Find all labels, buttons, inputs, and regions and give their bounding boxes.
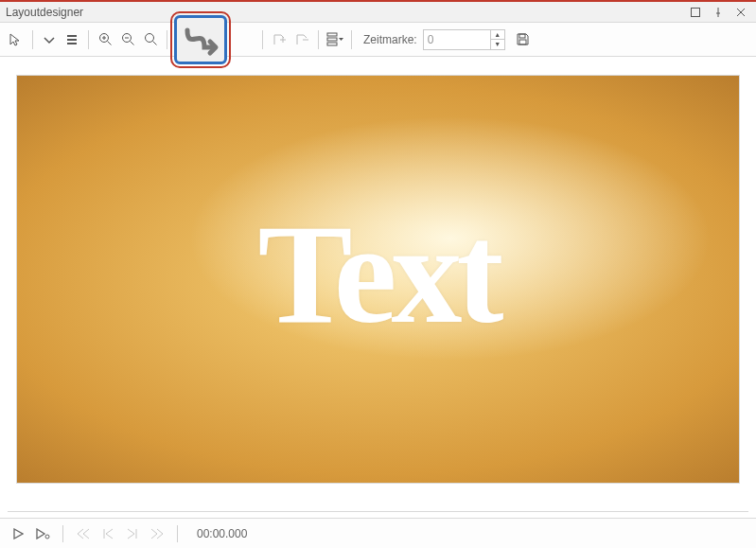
playbar-separator: [177, 525, 178, 542]
toolbar-separator: [262, 30, 263, 49]
canvas-area: Text: [0, 59, 756, 518]
svg-rect-8: [519, 40, 526, 44]
toolbar-separator: [318, 30, 319, 49]
go-end-button: [147, 523, 167, 544]
timemark-input[interactable]: [424, 30, 490, 49]
zoom-in-button[interactable]: [95, 29, 115, 50]
selection-tool-button[interactable]: [6, 29, 26, 50]
settings-dropdown-button[interactable]: [325, 29, 345, 50]
prev-frame-button: [97, 523, 118, 544]
timemark-spinner[interactable]: ▲ ▼: [423, 29, 505, 50]
toolbar: Zeitmarke: ▲ ▼: [0, 23, 756, 57]
playbar-separator: [62, 525, 63, 542]
svg-rect-4: [327, 33, 337, 36]
curve-tool-button[interactable]: [174, 15, 227, 64]
toolbar-separator: [167, 30, 167, 49]
toolbar-separator: [32, 30, 33, 49]
window-title: Layoutdesigner: [6, 6, 83, 19]
timemark-label: Zeitmarke:: [363, 33, 417, 46]
next-frame-button: [122, 523, 143, 544]
window-close-button[interactable]: [731, 5, 750, 20]
window-pin-button[interactable]: [709, 5, 728, 20]
canvas-text-object[interactable]: Text: [258, 192, 499, 355]
save-button[interactable]: [513, 29, 534, 50]
dropdown-tool-button[interactable]: [39, 29, 60, 50]
keyframe-add-button: [269, 29, 290, 50]
zoom-fit-button[interactable]: [140, 29, 161, 50]
timecode-display: 00:00.000: [197, 527, 247, 540]
layout-designer-window: Layoutdesigner: [0, 0, 756, 548]
svg-rect-7: [519, 34, 525, 38]
svg-rect-5: [327, 38, 337, 41]
timemark-down-button[interactable]: ▼: [491, 40, 504, 49]
svg-rect-0: [692, 8, 700, 16]
keyframe-remove-button: [291, 29, 312, 50]
preview-canvas[interactable]: Text: [17, 76, 739, 483]
timemark-up-button[interactable]: ▲: [491, 30, 504, 40]
svg-point-3: [145, 34, 153, 43]
zoom-out-button[interactable]: [117, 29, 138, 50]
play-button[interactable]: [8, 523, 28, 544]
play-range-button[interactable]: [32, 523, 53, 544]
toolbar-separator: [351, 30, 352, 49]
toolbar-separator: [88, 30, 89, 49]
svg-point-9: [45, 535, 49, 539]
list-tool-button[interactable]: [62, 29, 82, 50]
window-maximize-button[interactable]: [686, 5, 705, 20]
go-start-button: [73, 523, 94, 544]
playback-bar: 00:00.000: [0, 518, 756, 548]
window-controls: [686, 5, 750, 20]
title-bar: Layoutdesigner: [0, 2, 756, 23]
svg-rect-6: [327, 43, 337, 45]
